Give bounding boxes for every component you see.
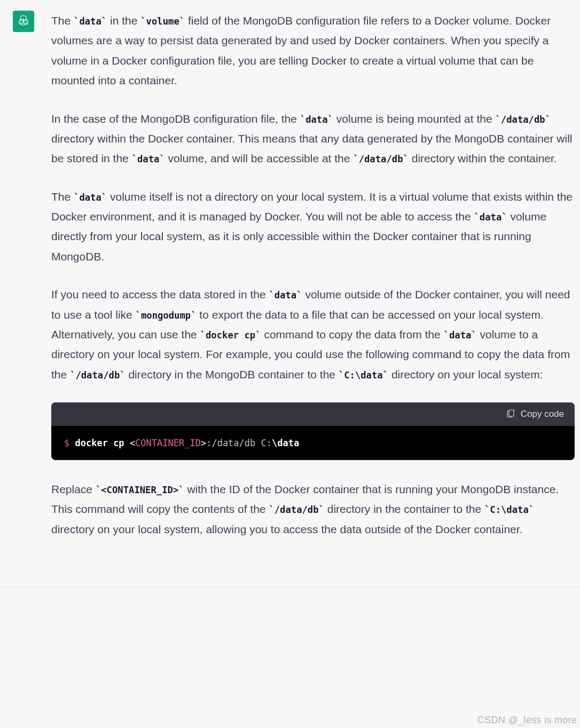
divider [0,587,580,588]
svg-rect-0 [509,410,514,416]
inline-code: `volume` [140,16,185,27]
text: directory within the container. [409,152,557,164]
paragraph-1: The `data` in the `volume` field of the … [51,11,575,91]
code-token-prompt: $ [64,438,75,448]
inline-code: `<CONTAINER_ID>` [96,485,184,495]
text: directory in the MongoDB container to th… [126,368,339,381]
inline-code: `data` [74,192,107,203]
paragraph-2: In the case of the MongoDB configuration… [51,109,575,169]
code-token-path: C: [261,438,272,448]
text: directory on your local system: [388,368,543,381]
openai-logo-icon [17,13,30,29]
inline-code: `/data/db` [353,154,409,164]
paragraph-3: The `data` volume itself is not a direct… [51,187,575,267]
assistant-avatar [13,11,34,32]
text: volume, and will be accessible at the [165,152,354,164]
inline-code: `data` [474,212,507,223]
code-token-sep: > [201,438,206,448]
paragraph-5: Replace `<CONTAINER_ID>` with the ID of … [51,479,575,539]
text: volume is being mounted at the [333,113,496,125]
inline-code: `data` [300,114,333,125]
code-token-path: :/data/db [206,438,261,448]
inline-code: `data` [269,290,302,300]
message-row: The `data` in the `volume` field of the … [0,0,580,555]
code-content[interactable]: $ docker cp <CONTAINER_ID>:/data/db C:\d… [51,426,575,460]
text: directory on your local system, allowing… [51,523,522,535]
inline-code: `/data/db` [70,370,126,381]
inline-code: `C:\data` [339,370,388,381]
text: command to copy the data from the [261,328,444,341]
copy-code-label: Copy code [521,409,564,420]
code-token-arg: CONTAINER_ID [135,438,201,448]
inline-code: `mongodump` [136,310,197,321]
message-content: The `data` in the `volume` field of the … [51,11,580,539]
copy-code-button[interactable]: Copy code [506,408,564,421]
inline-code: `data` [132,154,165,164]
code-block-header: Copy code [51,402,575,426]
inline-code: `data` [444,330,477,341]
inline-code: `data` [74,16,107,27]
text: In the case of the MongoDB configuration… [51,113,300,125]
code-token-path: \data [272,438,299,448]
paragraph-4: If you need to access the data stored in… [51,284,575,384]
text: The [51,191,74,203]
clipboard-icon [506,408,515,421]
code-token-command: docker cp [75,438,129,448]
code-token-sep: < [130,438,135,448]
inline-code: `docker cp` [200,330,261,341]
text: in the [107,14,140,27]
inline-code: `/data/db` [269,504,324,515]
inline-code: `/data/db` [495,114,551,125]
text: directory in the container to the [324,503,484,515]
text: The [51,14,74,27]
text: Replace [51,483,96,495]
inline-code: `C:\data` [484,504,534,515]
text: If you need to access the data stored in… [51,288,269,300]
code-block: Copy code $ docker cp <CONTAINER_ID>:/da… [51,402,575,460]
